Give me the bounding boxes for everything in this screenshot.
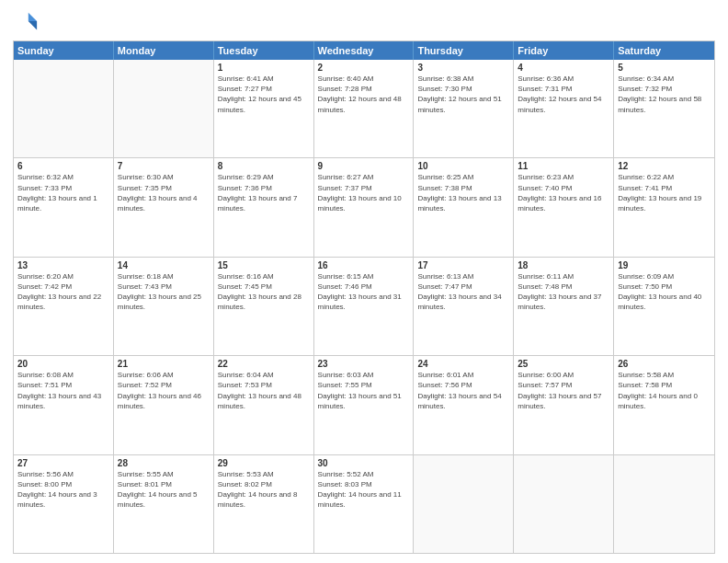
calendar-cell — [14, 60, 114, 157]
header — [13, 9, 715, 35]
calendar-cell: 1Sunrise: 6:41 AMSunset: 7:27 PMDaylight… — [214, 60, 314, 157]
day-info: Sunrise: 6:16 AMSunset: 7:45 PMDaylight:… — [218, 271, 310, 313]
day-number: 26 — [618, 359, 711, 369]
calendar-cell — [114, 60, 214, 157]
day-info: Sunrise: 6:27 AMSunset: 7:37 PMDaylight:… — [318, 172, 410, 213]
calendar-cell: 8Sunrise: 6:29 AMSunset: 7:36 PMDaylight… — [214, 158, 314, 256]
calendar-week-5: 27Sunrise: 5:56 AMSunset: 8:00 PMDayligh… — [14, 454, 714, 553]
calendar-cell: 23Sunrise: 6:03 AMSunset: 7:55 PMDayligh… — [314, 356, 415, 454]
day-info: Sunrise: 5:53 AMSunset: 8:02 PMDaylight:… — [218, 469, 310, 511]
logo-icon — [13, 9, 39, 35]
day-info: Sunrise: 6:22 AMSunset: 7:41 PMDaylight:… — [618, 172, 711, 213]
calendar-cell: 17Sunrise: 6:13 AMSunset: 7:47 PMDayligh… — [414, 258, 514, 355]
calendar-cell: 13Sunrise: 6:20 AMSunset: 7:42 PMDayligh… — [14, 258, 114, 355]
calendar-cell: 9Sunrise: 6:27 AMSunset: 7:37 PMDaylight… — [314, 158, 415, 256]
calendar-cell: 6Sunrise: 6:32 AMSunset: 7:33 PMDaylight… — [14, 158, 114, 256]
day-number: 19 — [618, 260, 711, 270]
calendar-cell: 27Sunrise: 5:56 AMSunset: 8:00 PMDayligh… — [14, 455, 114, 553]
calendar-cell: 26Sunrise: 5:58 AMSunset: 7:58 PMDayligh… — [614, 356, 714, 454]
day-number: 18 — [518, 260, 609, 270]
day-info: Sunrise: 6:29 AMSunset: 7:36 PMDaylight:… — [218, 172, 310, 213]
calendar-cell — [614, 455, 714, 553]
day-number: 10 — [417, 161, 509, 171]
day-info: Sunrise: 6:32 AMSunset: 7:33 PMDaylight:… — [17, 172, 109, 213]
day-info: Sunrise: 5:52 AMSunset: 8:03 PMDaylight:… — [318, 469, 410, 511]
day-number: 22 — [218, 359, 310, 369]
day-number: 25 — [518, 359, 609, 369]
day-info: Sunrise: 6:30 AMSunset: 7:35 PMDaylight:… — [118, 172, 210, 213]
calendar-week-3: 13Sunrise: 6:20 AMSunset: 7:42 PMDayligh… — [14, 257, 714, 355]
day-header-tuesday: Tuesday — [214, 41, 314, 60]
day-number: 14 — [118, 260, 210, 270]
day-info: Sunrise: 6:01 AMSunset: 7:56 PMDaylight:… — [417, 370, 509, 411]
day-number: 1 — [218, 63, 310, 73]
calendar-cell: 29Sunrise: 5:53 AMSunset: 8:02 PMDayligh… — [214, 455, 314, 553]
day-info: Sunrise: 5:55 AMSunset: 8:01 PMDaylight:… — [118, 469, 210, 511]
day-number: 28 — [118, 458, 210, 468]
calendar-cell — [514, 455, 614, 553]
calendar-cell: 14Sunrise: 6:18 AMSunset: 7:43 PMDayligh… — [114, 258, 214, 355]
day-number: 20 — [17, 359, 109, 369]
page: SundayMondayTuesdayWednesdayThursdayFrid… — [0, 0, 728, 563]
day-info: Sunrise: 6:15 AMSunset: 7:46 PMDaylight:… — [318, 271, 410, 313]
calendar-cell: 30Sunrise: 5:52 AMSunset: 8:03 PMDayligh… — [314, 455, 415, 553]
day-number: 29 — [218, 458, 310, 468]
calendar-cell: 2Sunrise: 6:40 AMSunset: 7:28 PMDaylight… — [314, 60, 415, 157]
day-info: Sunrise: 6:25 AMSunset: 7:38 PMDaylight:… — [417, 172, 509, 213]
calendar-cell: 5Sunrise: 6:34 AMSunset: 7:32 PMDaylight… — [614, 60, 714, 157]
day-number: 9 — [318, 161, 410, 171]
calendar-body: 1Sunrise: 6:41 AMSunset: 7:27 PMDaylight… — [14, 60, 714, 553]
calendar-cell: 28Sunrise: 5:55 AMSunset: 8:01 PMDayligh… — [114, 455, 214, 553]
day-info: Sunrise: 6:08 AMSunset: 7:51 PMDaylight:… — [17, 370, 109, 411]
day-info: Sunrise: 6:00 AMSunset: 7:57 PMDaylight:… — [518, 370, 609, 411]
day-number: 6 — [17, 161, 109, 171]
calendar-week-1: 1Sunrise: 6:41 AMSunset: 7:27 PMDaylight… — [14, 60, 714, 157]
calendar-cell: 16Sunrise: 6:15 AMSunset: 7:46 PMDayligh… — [314, 258, 415, 355]
calendar: SundayMondayTuesdayWednesdayThursdayFrid… — [13, 40, 715, 554]
day-number: 4 — [518, 63, 609, 73]
day-number: 8 — [218, 161, 310, 171]
day-info: Sunrise: 6:20 AMSunset: 7:42 PMDaylight:… — [17, 271, 109, 313]
day-info: Sunrise: 6:41 AMSunset: 7:27 PMDaylight:… — [218, 74, 310, 115]
day-info: Sunrise: 6:03 AMSunset: 7:55 PMDaylight:… — [318, 370, 410, 411]
day-number: 27 — [17, 458, 109, 468]
day-number: 12 — [618, 161, 711, 171]
calendar-cell: 15Sunrise: 6:16 AMSunset: 7:45 PMDayligh… — [214, 258, 314, 355]
day-info: Sunrise: 6:23 AMSunset: 7:40 PMDaylight:… — [518, 172, 609, 213]
svg-marker-1 — [28, 21, 37, 29]
day-info: Sunrise: 5:58 AMSunset: 7:58 PMDaylight:… — [618, 370, 711, 411]
calendar-cell: 3Sunrise: 6:38 AMSunset: 7:30 PMDaylight… — [414, 60, 514, 157]
logo — [13, 9, 42, 35]
day-info: Sunrise: 6:13 AMSunset: 7:47 PMDaylight:… — [417, 271, 509, 313]
day-info: Sunrise: 6:11 AMSunset: 7:48 PMDaylight:… — [518, 271, 609, 313]
day-number: 15 — [218, 260, 310, 270]
day-number: 5 — [618, 63, 711, 73]
day-info: Sunrise: 6:09 AMSunset: 7:50 PMDaylight:… — [618, 271, 711, 313]
day-number: 17 — [417, 260, 509, 270]
day-number: 7 — [118, 161, 210, 171]
calendar-cell: 21Sunrise: 6:06 AMSunset: 7:52 PMDayligh… — [114, 356, 214, 454]
calendar-header: SundayMondayTuesdayWednesdayThursdayFrid… — [14, 41, 714, 60]
day-number: 21 — [118, 359, 210, 369]
day-number: 3 — [417, 63, 509, 73]
calendar-cell: 11Sunrise: 6:23 AMSunset: 7:40 PMDayligh… — [514, 158, 614, 256]
day-header-sunday: Sunday — [14, 41, 114, 60]
day-header-saturday: Saturday — [614, 41, 714, 60]
day-number: 11 — [518, 161, 609, 171]
calendar-cell: 20Sunrise: 6:08 AMSunset: 7:51 PMDayligh… — [14, 356, 114, 454]
calendar-cell: 22Sunrise: 6:04 AMSunset: 7:53 PMDayligh… — [214, 356, 314, 454]
day-number: 13 — [17, 260, 109, 270]
day-number: 2 — [318, 63, 410, 73]
day-header-friday: Friday — [514, 41, 614, 60]
day-info: Sunrise: 6:40 AMSunset: 7:28 PMDaylight:… — [318, 74, 410, 115]
day-info: Sunrise: 6:04 AMSunset: 7:53 PMDaylight:… — [218, 370, 310, 411]
day-header-thursday: Thursday — [414, 41, 514, 60]
day-number: 30 — [318, 458, 410, 468]
day-header-monday: Monday — [114, 41, 214, 60]
calendar-cell: 12Sunrise: 6:22 AMSunset: 7:41 PMDayligh… — [614, 158, 714, 256]
day-info: Sunrise: 6:18 AMSunset: 7:43 PMDaylight:… — [118, 271, 210, 313]
calendar-week-2: 6Sunrise: 6:32 AMSunset: 7:33 PMDaylight… — [14, 157, 714, 256]
day-info: Sunrise: 5:56 AMSunset: 8:00 PMDaylight:… — [17, 469, 109, 511]
calendar-week-4: 20Sunrise: 6:08 AMSunset: 7:51 PMDayligh… — [14, 355, 714, 454]
calendar-cell: 7Sunrise: 6:30 AMSunset: 7:35 PMDaylight… — [114, 158, 214, 256]
